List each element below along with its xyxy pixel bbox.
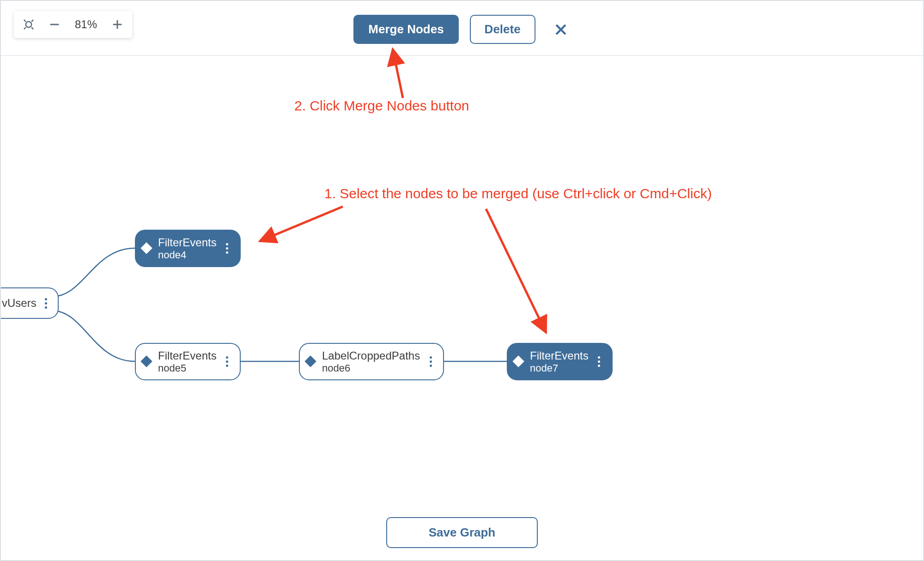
fit-view-icon[interactable] xyxy=(20,16,37,33)
svg-line-10 xyxy=(486,209,546,333)
close-icon[interactable] xyxy=(551,20,571,39)
node-menu-icon[interactable] xyxy=(426,356,436,367)
annotation-step2: 2. Click Merge Nodes button xyxy=(294,98,469,114)
node-type-label: FilterEvents xyxy=(158,349,217,362)
svg-line-9 xyxy=(260,207,343,241)
graph-node-node7[interactable]: FilterEvents node7 xyxy=(507,343,613,380)
graph-node-node6[interactable]: LabelCroppedPaths node6 xyxy=(299,343,444,380)
node-type-label: LabelCroppedPaths xyxy=(322,349,420,362)
footer: Save Graph xyxy=(1,517,923,548)
svg-point-0 xyxy=(26,22,32,28)
graph-node-node5[interactable]: FilterEvents node5 xyxy=(135,343,241,380)
toolbar-divider xyxy=(1,55,923,56)
node-menu-icon[interactable] xyxy=(222,243,232,254)
graph-edges xyxy=(1,1,923,560)
diamond-icon xyxy=(140,356,152,367)
node-menu-icon[interactable] xyxy=(41,298,51,309)
annotation-step1: 1. Select the nodes to be merged (use Ct… xyxy=(324,186,712,201)
zoom-level-label: 81% xyxy=(72,18,100,31)
node-type-label: FilterEvents xyxy=(530,349,589,362)
merge-nodes-button[interactable]: Merge Nodes xyxy=(353,15,458,44)
node-id-label: node5 xyxy=(158,362,217,374)
diamond-icon xyxy=(304,356,316,367)
delete-button[interactable]: Delete xyxy=(470,15,535,44)
node-id-label: node6 xyxy=(322,362,420,374)
graph-node-root[interactable]: vUsers xyxy=(1,287,59,319)
node-id-label: node4 xyxy=(158,249,217,261)
selection-action-bar: Merge Nodes Delete xyxy=(1,15,923,44)
node-title: vUsers xyxy=(2,297,36,310)
zoom-out-button[interactable] xyxy=(46,16,63,33)
node-menu-icon[interactable] xyxy=(594,356,604,367)
diamond-icon xyxy=(140,243,152,254)
zoom-in-button[interactable] xyxy=(109,16,126,33)
node-menu-icon[interactable] xyxy=(222,356,232,367)
graph-node-node4[interactable]: FilterEvents node4 xyxy=(135,230,241,267)
svg-line-8 xyxy=(393,49,403,98)
node-id-label: node7 xyxy=(530,362,589,374)
save-graph-button[interactable]: Save Graph xyxy=(386,517,538,548)
diamond-icon xyxy=(512,356,524,367)
zoom-toolbar: 81% xyxy=(14,11,132,38)
graph-editor-viewport: 81% Merge Nodes Delete xyxy=(0,0,924,561)
node-type-label: FilterEvents xyxy=(158,236,217,249)
